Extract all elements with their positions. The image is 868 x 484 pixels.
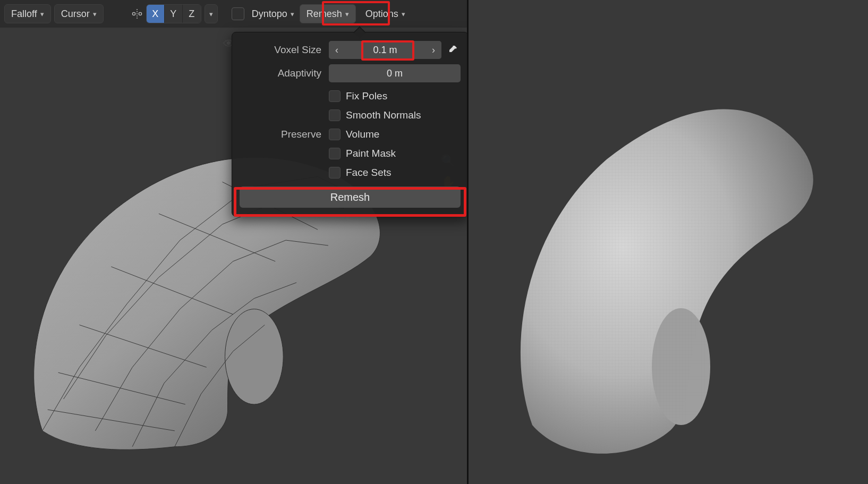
voxel-size-field[interactable]: ‹ 0.1 m › — [329, 41, 441, 59]
remesh-apply-label: Remesh — [330, 191, 370, 203]
preserve-face-sets-label: Face Sets — [346, 167, 392, 179]
viewport-left: Falloff ▾ Cursor ▾ X Y Z ▾ — [0, 0, 469, 484]
symmetry-icon — [131, 8, 143, 20]
dyntopo-dropdown[interactable]: Dyntopo ▾ — [250, 4, 296, 23]
adaptivity-field[interactable]: 0 m — [329, 64, 461, 82]
sculpt-header: Falloff ▾ Cursor ▾ X Y Z ▾ — [0, 0, 467, 28]
dyntopo-checkbox[interactable] — [232, 7, 244, 20]
chevron-down-icon: ▾ — [93, 10, 97, 18]
falloff-label: Falloff — [11, 9, 37, 20]
voxel-size-label: Voxel Size — [240, 44, 329, 56]
dyntopo-label: Dyntopo — [252, 9, 287, 20]
chevron-down-icon: ▾ — [291, 10, 294, 18]
options-dropdown[interactable]: Options ▾ — [359, 4, 412, 23]
preserve-face-sets-checkbox[interactable] — [329, 167, 341, 179]
svg-point-0 — [132, 12, 135, 15]
axis-z-toggle[interactable]: Z — [183, 5, 201, 23]
voxel-size-decrement[interactable]: ‹ — [329, 41, 345, 59]
remesh-popover: Voxel Size ‹ 0.1 m › Adaptivity 0 — [232, 32, 469, 217]
adaptivity-label: Adaptivity — [240, 67, 329, 79]
eyedropper-icon[interactable] — [445, 42, 461, 58]
fix-poles-label: Fix Poles — [346, 90, 387, 102]
preserve-paint-mask-checkbox[interactable] — [329, 148, 341, 159]
remesh-label: Remesh — [307, 9, 342, 20]
voxel-size-value[interactable]: 0.1 m — [345, 41, 426, 59]
adaptivity-value: 0 m — [387, 68, 403, 79]
svg-point-7 — [652, 308, 710, 425]
remesh-apply-button[interactable]: Remesh — [240, 186, 461, 208]
voxel-size-increment[interactable]: › — [426, 41, 441, 59]
preserve-label: Preserve — [240, 129, 329, 140]
fix-poles-checkbox[interactable] — [329, 90, 341, 102]
chevron-down-icon: ▾ — [40, 10, 44, 18]
axis-x-toggle[interactable]: X — [147, 5, 165, 23]
3d-viewport-after[interactable] — [469, 0, 868, 484]
chevron-down-icon: ▾ — [345, 10, 349, 18]
cursor-label: Cursor — [61, 9, 90, 20]
cursor-dropdown[interactable]: Cursor ▾ — [54, 4, 104, 23]
options-label: Options — [365, 9, 398, 20]
svg-point-1 — [139, 12, 141, 15]
chevron-down-icon: ▾ — [209, 10, 213, 18]
preserve-paint-mask-label: Paint Mask — [346, 148, 396, 159]
symmetry-more-dropdown[interactable]: ▾ — [205, 4, 218, 23]
axis-y-toggle[interactable]: Y — [165, 5, 183, 23]
remesh-dropdown[interactable]: Remesh ▾ — [300, 4, 356, 23]
viewport-right — [469, 0, 868, 484]
chevron-down-icon: ▾ — [402, 10, 405, 18]
smooth-normals-label: Smooth Normals — [346, 109, 421, 121]
svg-point-4 — [225, 309, 284, 404]
preserve-volume-checkbox[interactable] — [329, 129, 341, 140]
symmetry-axis-toggle: X Y Z — [146, 4, 201, 23]
preserve-volume-label: Volume — [346, 129, 379, 140]
smooth-normals-checkbox[interactable] — [329, 109, 341, 121]
falloff-dropdown[interactable]: Falloff ▾ — [4, 4, 51, 23]
